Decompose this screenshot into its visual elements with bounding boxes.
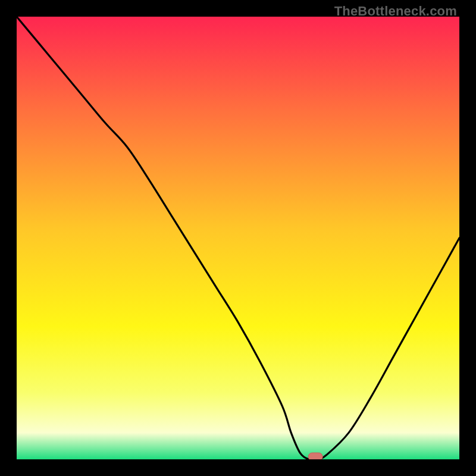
- chart-svg: [17, 17, 459, 459]
- plot-area: [17, 17, 459, 459]
- chart-frame: { "watermark": "TheBottleneck.com", "col…: [0, 0, 476, 476]
- optimal-marker: [308, 453, 322, 459]
- watermark-text: TheBottleneck.com: [334, 4, 457, 19]
- gradient-background: [17, 17, 459, 459]
